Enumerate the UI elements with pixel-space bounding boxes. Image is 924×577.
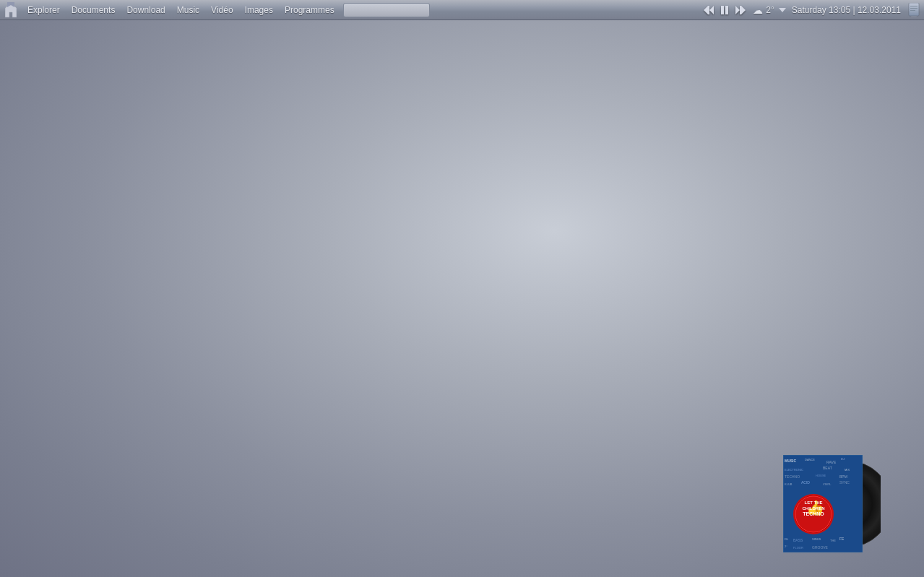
pause-button[interactable] (718, 4, 731, 17)
clock-display: Saturday 13:05 | 12.03.2011 (792, 5, 901, 15)
svg-text:BASS: BASS (793, 538, 803, 542)
svg-rect-3 (708, 6, 709, 14)
system-tray-icon[interactable] (907, 3, 921, 17)
svg-text:BPM: BPM (839, 474, 847, 479)
svg-text:DANCE: DANCE (805, 458, 815, 461)
home-icon[interactable] (3, 0, 19, 20)
desktop: MUSIC DANCE RAVE DJ ELECTRONIC BEAT MIX … (0, 20, 924, 577)
svg-rect-8 (740, 6, 741, 14)
nav-item-video[interactable]: Vidéo (205, 4, 238, 17)
svg-marker-2 (704, 6, 708, 14)
svg-marker-4 (709, 6, 714, 14)
weather-icon: ☁ (753, 4, 763, 16)
svg-text:2°: 2° (785, 545, 787, 548)
nav-item-images[interactable]: Images (239, 4, 279, 17)
taskbar: Explorer Documents Download Music Vidéo … (0, 0, 924, 20)
next-button[interactable] (734, 4, 747, 17)
svg-text:MIX: MIX (845, 468, 850, 472)
svg-text:HOUSE: HOUSE (816, 474, 826, 477)
svg-text:TECHNO: TECHNO (803, 511, 824, 516)
weather-dropdown-button[interactable] (777, 5, 787, 15)
svg-text:SYNC: SYNC (839, 480, 850, 485)
nav-item-download[interactable]: Download (121, 4, 170, 17)
svg-rect-5 (721, 6, 724, 14)
search-area (343, 3, 430, 17)
media-controls (702, 4, 747, 17)
svg-text:SINUS: SINUS (812, 537, 821, 541)
svg-marker-7 (735, 6, 740, 14)
svg-text:GROOVE: GROOVE (812, 545, 829, 550)
svg-text:TECHNO: TECHNO (785, 474, 800, 479)
nav-menu: Explorer Documents Download Music Vidéo … (22, 4, 340, 17)
svg-text:CHILDREN: CHILDREN (802, 506, 824, 511)
prev-button[interactable] (702, 4, 715, 17)
svg-text:DL: DL (785, 537, 789, 541)
svg-text:FLOOR: FLOOR (793, 546, 803, 550)
svg-text:LET THE: LET THE (804, 500, 822, 505)
nav-item-programmes[interactable]: Programmes (279, 4, 340, 17)
nav-item-explorer[interactable]: Explorer (22, 4, 66, 17)
svg-rect-6 (725, 6, 728, 14)
svg-marker-10 (779, 8, 786, 12)
svg-rect-14 (910, 8, 917, 9)
svg-text:ELECTRONIC: ELECTRONIC (785, 468, 803, 472)
taskbar-left: Explorer Documents Download Music Vidéo … (3, 0, 702, 20)
svg-text:DJ: DJ (841, 457, 845, 461)
svg-text:THE: THE (830, 539, 836, 542)
svg-rect-11 (909, 3, 919, 16)
album-widget[interactable]: MUSIC DANCE RAVE DJ ELECTRONIC BEAT MIX … (778, 450, 885, 557)
album-art: MUSIC DANCE RAVE DJ ELECTRONIC BEAT MIX … (783, 455, 881, 552)
svg-text:KLUB: KLUB (785, 482, 793, 486)
search-input[interactable] (343, 3, 430, 17)
album-cover-image: MUSIC DANCE RAVE DJ ELECTRONIC BEAT MIX … (783, 455, 863, 552)
svg-text:FE: FE (839, 537, 845, 541)
svg-text:BEAT: BEAT (823, 466, 832, 470)
weather-temp: 2° (766, 5, 774, 15)
svg-text:MUSIC: MUSIC (785, 459, 797, 463)
weather-area: ☁ 2° (753, 4, 787, 16)
svg-text:VINYL: VINYL (823, 482, 832, 486)
svg-text:RAVE: RAVE (826, 460, 837, 464)
nav-item-documents[interactable]: Documents (66, 4, 121, 17)
svg-rect-15 (910, 10, 915, 11)
nav-item-music[interactable]: Music (171, 4, 205, 17)
svg-rect-12 (911, 16, 917, 17)
clock-text: Saturday 13:05 | 12.03.2011 (792, 5, 901, 15)
svg-text:ACID: ACID (801, 480, 810, 485)
svg-rect-13 (910, 6, 917, 6)
svg-marker-9 (741, 6, 746, 14)
